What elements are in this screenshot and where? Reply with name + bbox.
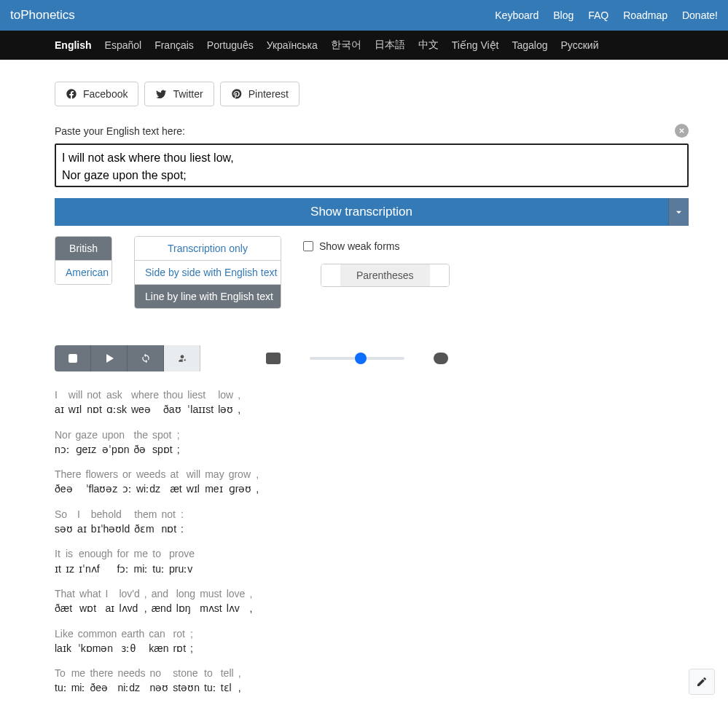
word-pair[interactable]: growɡrəʊ: [229, 467, 252, 497]
word-pair[interactable]: earthɜːθ: [121, 626, 144, 656]
word-pair[interactable]: ,,: [144, 586, 147, 616]
word-pair[interactable]: mustmʌst: [200, 586, 222, 616]
word-pair[interactable]: themðɛm: [134, 507, 157, 537]
share-twitter-button[interactable]: Twitter: [144, 82, 214, 106]
word-pair[interactable]: Likelaɪk: [55, 626, 74, 656]
word-pair[interactable]: memiː: [134, 546, 149, 576]
layout-option[interactable]: Side by side with English text: [135, 261, 281, 285]
word-pair[interactable]: totuː: [152, 546, 165, 576]
parentheses-label: Parentheses: [340, 264, 430, 286]
word-pair[interactable]: maymeɪ: [205, 467, 224, 497]
word-pair[interactable]: spotspɒt: [152, 428, 173, 457]
word-pair[interactable]: memiː: [71, 666, 86, 696]
word-pair[interactable]: enoughɪˈnʌf: [79, 546, 113, 576]
word-pair[interactable]: weedswiːdz: [136, 467, 165, 497]
share-facebook-button[interactable]: Facebook: [55, 82, 138, 106]
voice-button[interactable]: [164, 345, 200, 371]
word-pair[interactable]: lovelʌv: [227, 586, 246, 616]
show-transcription-dropdown[interactable]: [668, 198, 689, 226]
word-pair[interactable]: andænd: [152, 586, 172, 616]
word-pair[interactable]: liestˈlaɪɪst: [187, 388, 214, 417]
word-pair[interactable]: lov'dlʌvd: [119, 586, 139, 616]
lang-link[interactable]: Español: [105, 39, 142, 51]
show-transcription-button[interactable]: Show transcription: [55, 198, 668, 226]
lang-link[interactable]: 中文: [418, 39, 439, 52]
word-pair[interactable]: Itɪt: [55, 546, 61, 576]
top-link-blog[interactable]: Blog: [553, 9, 574, 21]
word-pair[interactable]: willwɪl: [187, 467, 200, 497]
word-pair[interactable]: cankæn: [149, 626, 168, 656]
word-pair[interactable]: theðə: [134, 428, 148, 457]
slider-thumb[interactable]: [355, 353, 367, 364]
speed-slider[interactable]: [310, 357, 404, 360]
word-pair[interactable]: askɑːsk: [106, 388, 127, 417]
word-pair[interactable]: Totuː: [55, 666, 67, 696]
lang-link[interactable]: Русский: [561, 39, 599, 51]
weak-forms-toggle[interactable]: Show weak forms: [303, 240, 450, 252]
layout-option[interactable]: Line by line with English text: [135, 285, 281, 308]
top-link-keyboard[interactable]: Keyboard: [495, 9, 539, 21]
edit-button[interactable]: [689, 669, 715, 695]
word-pair[interactable]: nonəʊ: [150, 666, 169, 696]
word-pair[interactable]: needsniːdz: [117, 666, 145, 696]
word-pair[interactable]: commonˈkɒmən: [78, 626, 117, 656]
word-pair[interactable]: Iaɪ: [77, 507, 87, 537]
word-pair[interactable]: notnɒt: [87, 388, 102, 417]
output-line: ThatðætwhatwɒtIaɪlov'dlʌvd,,andændlonglɒ…: [55, 586, 689, 616]
dialect-british[interactable]: British: [55, 237, 111, 261]
word-pair[interactable]: stonestəʊn: [173, 666, 200, 696]
word-pair[interactable]: whatwɒt: [79, 586, 101, 616]
output-line: SosəʊIaɪbeholdbɪˈhəʊldthemðɛmnotnɒt::: [55, 507, 689, 537]
transcription-output: Iaɪwillwɪlnotnɒtaskɑːskwhereweəthouðaʊli…: [55, 388, 689, 708]
lang-link[interactable]: Português: [207, 39, 254, 51]
word-pair[interactable]: atæt: [170, 467, 181, 497]
word-pair[interactable]: lowləʊ: [218, 388, 233, 417]
word-pair[interactable]: isɪz: [66, 546, 74, 576]
lang-link[interactable]: 한국어: [331, 39, 361, 52]
word-pair[interactable]: uponəˈpɒn: [102, 428, 130, 457]
lang-link[interactable]: Français: [154, 39, 194, 51]
word-pair[interactable]: gazeɡeɪz: [76, 428, 98, 457]
top-link-donate[interactable]: Donate!: [682, 9, 718, 21]
top-link-faq[interactable]: FAQ: [588, 9, 608, 21]
word-pair[interactable]: Sosəʊ: [55, 507, 73, 537]
word-pair[interactable]: thouðaʊ: [163, 388, 183, 417]
word-pair[interactable]: totuː: [204, 666, 216, 696]
word-pair[interactable]: Thatðæt: [55, 586, 75, 616]
word-pair[interactable]: Nornɔː: [55, 428, 71, 457]
play-icon: [104, 353, 114, 363]
word-pair[interactable]: whereweə: [131, 388, 159, 417]
layout-option[interactable]: Transcription only: [135, 237, 281, 261]
word-pair[interactable]: longlɒŋ: [176, 586, 195, 616]
word-pair[interactable]: flowersˈflaʊəz: [86, 467, 118, 497]
word-pair[interactable]: telltɛl: [221, 666, 234, 696]
text-input[interactable]: [55, 143, 689, 187]
lang-link[interactable]: English: [55, 39, 92, 51]
lang-link[interactable]: Українська: [267, 39, 318, 51]
top-link-roadmap[interactable]: Roadmap: [623, 9, 668, 21]
lang-link[interactable]: Tiếng Việt: [452, 39, 499, 51]
share-pinterest-button[interactable]: Pinterest: [220, 82, 300, 106]
word-pair[interactable]: willwɪl: [69, 388, 82, 417]
word-pair[interactable]: notnɒt: [161, 507, 176, 537]
voice-extra-button[interactable]: [200, 345, 237, 371]
layout-mode-group: Transcription onlySide by side with Engl…: [134, 236, 281, 309]
word-pair[interactable]: forfɔː: [117, 546, 130, 576]
word-pair[interactable]: Iaɪ: [55, 388, 64, 417]
clear-input-button[interactable]: [675, 124, 689, 138]
play-button[interactable]: [91, 345, 128, 371]
loop-button[interactable]: [128, 345, 164, 371]
word-pair[interactable]: orɔː: [122, 467, 132, 497]
word-pair[interactable]: provepruːv: [169, 546, 195, 576]
stop-button[interactable]: [55, 345, 91, 371]
brand-logo[interactable]: toPhonetics: [10, 8, 75, 23]
word-pair[interactable]: Iaɪ: [106, 586, 115, 616]
dialect-american[interactable]: American: [55, 261, 111, 284]
parentheses-group[interactable]: Parentheses: [321, 264, 450, 287]
word-pair[interactable]: Thereðeə: [55, 467, 82, 497]
word-pair[interactable]: thereðeə: [90, 666, 113, 696]
lang-link[interactable]: 日本語: [375, 39, 405, 52]
lang-link[interactable]: Tagalog: [512, 39, 547, 51]
word-pair[interactable]: beholdbɪˈhəʊld: [91, 507, 130, 537]
word-pair[interactable]: rotrɒt: [173, 626, 187, 656]
